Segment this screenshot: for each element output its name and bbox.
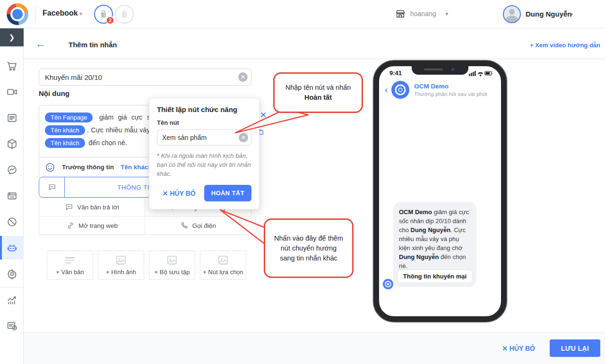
sidebar-item-orders[interactable] — [0, 54, 24, 78]
link-icon — [66, 221, 75, 230]
back-arrow-icon[interactable]: ← — [35, 38, 46, 50]
top-header: Facebook ▾ 2 hoanang ▼ Dung Nguyễn ▾ — [0, 0, 605, 28]
chevron-down-icon: ▾ — [79, 10, 82, 17]
messenger-icon — [6, 164, 18, 176]
chart-icon — [6, 294, 18, 306]
footer-save-button[interactable]: LƯU LẠI — [550, 339, 600, 357]
image-icon — [217, 255, 229, 266]
add-block-row: + Văn bản + Hình ảnh + Bộ sưu tập + Nút … — [47, 251, 246, 280]
brand-logo-icon[interactable] — [7, 3, 28, 25]
field-tag[interactable]: Tên khách — [45, 125, 85, 135]
add-gallery-block[interactable]: + Bộ sưu tập — [149, 251, 195, 280]
sidebar-item-analytics[interactable] — [0, 288, 24, 312]
button-type-open-web[interactable]: Mở trang web — [39, 216, 145, 234]
add-quick-reply-block[interactable]: + Nút lựa chọn — [200, 251, 246, 280]
sidebar-item-chatbot[interactable] — [0, 236, 24, 260]
footer-cancel-button[interactable]: ✕ HỦY BỎ — [502, 345, 535, 352]
phone-icon — [180, 221, 189, 230]
chat-page-status: Thường phản hồi sau vài phút — [414, 91, 487, 97]
chevron-down-icon: ▾ — [570, 11, 573, 17]
card-list-icon — [6, 190, 18, 202]
message-name-input[interactable] — [39, 69, 251, 86]
chat-message-bubble: OCM Demo giảm giá cực sốc nhân dịp 20/10… — [393, 202, 476, 287]
text-lines-icon — [64, 255, 76, 266]
store-icon — [395, 9, 406, 19]
notification-badge: 2 — [106, 16, 114, 25]
cart-icon — [6, 60, 18, 72]
field-tag[interactable]: Tên Fanpage — [45, 113, 93, 122]
phone-statusbar: 9:41 — [379, 68, 501, 78]
fanpage-avatar-inactive[interactable] — [115, 5, 134, 24]
clear-input-icon[interactable]: ✕ — [239, 133, 248, 142]
button-name-input[interactable] — [157, 130, 251, 146]
field-insert-label[interactable]: Trường thông tin — [62, 164, 114, 171]
button-type-call[interactable]: Gọi điện — [145, 216, 251, 234]
chat-mini-avatar — [383, 279, 393, 289]
phone-preview: 9:41 ‹ OCM Demo Thường phản hồi sau vài … — [373, 61, 507, 322]
gear-icon — [6, 268, 18, 280]
chat-bubble-icon — [39, 177, 65, 197]
left-sidebar: ❯ — [0, 28, 24, 364]
button-type-text-reply[interactable]: Văn bản trả lời — [39, 198, 145, 216]
report-clock-icon — [6, 320, 18, 332]
chat-header: ‹ OCM Demo Thường phản hồi sau vài phút — [379, 79, 501, 100]
popup-note: * Khi ra ngoài màn hình kịch bản, bạn có… — [157, 151, 251, 178]
video-guide-link[interactable]: + Xem video hướng dẫn — [530, 42, 600, 49]
sidebar-item-messenger[interactable] — [0, 158, 24, 182]
popup-title: Thiết lập nút chức năng — [157, 105, 251, 113]
channel-selector[interactable]: Facebook — [43, 9, 78, 17]
sidebar-item-cards[interactable] — [0, 184, 24, 208]
sub-header: ← Thêm tin nhắn + Xem video hướng dẫn — [24, 28, 605, 59]
popup-cancel-button[interactable]: ✕ HỦY BỎ — [163, 190, 196, 197]
chat-bubble-icon — [65, 203, 73, 211]
chatbot-icon — [6, 242, 18, 254]
remove-block-icon[interactable]: ✕ — [260, 110, 267, 120]
chat-page-name: OCM Demo — [414, 83, 487, 90]
signal-wifi-battery-icons — [469, 70, 493, 78]
news-icon — [6, 112, 18, 124]
content-label: Nội dung — [39, 89, 69, 97]
sidebar-item-blocklist[interactable] — [0, 210, 24, 234]
app-window: Facebook ▾ 2 hoanang ▼ Dung Nguyễn ▾ ❯ — [0, 0, 605, 364]
popup-confirm-button[interactable]: HOÀN TẤT — [204, 185, 251, 201]
image-icon — [166, 255, 178, 266]
chat-avatar — [391, 81, 409, 99]
sidebar-item-livestream[interactable] — [0, 80, 24, 104]
divider — [0, 46, 24, 47]
user-name[interactable]: Dung Nguyễn — [526, 10, 572, 18]
package-icon — [6, 138, 18, 150]
sidebar-item-posts[interactable] — [0, 106, 24, 130]
sidebar-item-settings[interactable] — [0, 262, 24, 286]
fanpage-avatar-active[interactable]: 2 — [94, 5, 113, 24]
add-image-block[interactable]: + Hình ảnh — [98, 251, 144, 280]
callout-add-redirect: Nhấn vào đây để thêm nút chuyển hướng sa… — [264, 218, 354, 278]
button-setup-popup: Thiết lập nút chức năng Tên nút ✕ * Khi … — [149, 98, 259, 209]
divider — [0, 287, 24, 287]
emoji-icon[interactable] — [45, 162, 55, 173]
button-name-label: Tên nút — [157, 119, 251, 126]
store-selector[interactable]: hoanang ▼ — [395, 9, 449, 19]
header-divider — [35, 6, 35, 23]
user-avatar[interactable] — [503, 5, 521, 23]
chat-bubble-button[interactable]: Thông tin khuyến mại — [397, 269, 473, 283]
shopping-bag-icon — [120, 9, 129, 19]
clear-input-icon[interactable]: ✕ — [238, 72, 248, 82]
phone-clock: 9:41 — [389, 69, 402, 77]
field-insert-customer-name[interactable]: Tên khách — [121, 164, 152, 171]
chat-message-text: OCM Demo giảm giá cực sốc nhân dịp 20/10… — [399, 208, 469, 269]
image-icon — [115, 255, 127, 266]
field-tag[interactable]: Tên khách — [45, 138, 85, 148]
callout-enter-button-name: Nhập tên nút và nhấn Hoàn tất — [273, 72, 363, 113]
store-name: hoanang — [410, 10, 436, 17]
add-text-block[interactable]: + Văn bản — [47, 251, 93, 280]
block-icon — [6, 216, 18, 228]
page-title: Thêm tin nhắn — [69, 41, 117, 49]
video-camera-icon — [6, 86, 18, 98]
sidebar-item-products[interactable] — [0, 132, 24, 156]
caret-down-icon: ▼ — [445, 11, 449, 17]
sidebar-expand-button[interactable]: ❯ — [0, 28, 24, 46]
chat-back-icon[interactable]: ‹ — [385, 85, 388, 95]
sidebar-item-report[interactable] — [0, 314, 24, 338]
footer-bar: ✕ HỦY BỎ LƯU LẠI — [24, 332, 605, 364]
